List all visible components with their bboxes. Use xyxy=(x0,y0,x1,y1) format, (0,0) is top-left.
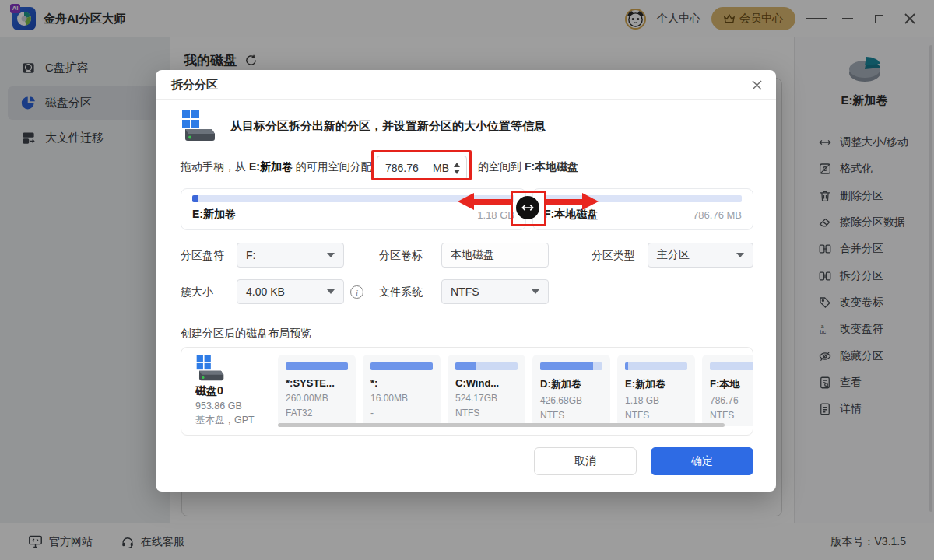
partition-card[interactable]: *: 16.00MB - xyxy=(363,355,441,426)
usage-bar xyxy=(370,362,433,370)
volume-label-value: 本地磁盘 xyxy=(451,248,494,262)
partition-fs: - xyxy=(370,408,433,418)
partition-fs: NTFS xyxy=(540,410,602,421)
partition-size: 524.17GB xyxy=(455,393,518,404)
disk-name: 磁盘0 xyxy=(195,384,255,398)
target-volume-name: F:本地磁盘 xyxy=(525,160,578,174)
dialog-header: 拆分分区 xyxy=(156,70,776,100)
chevron-down-icon xyxy=(736,253,744,257)
dialog-close-button[interactable] xyxy=(750,78,764,92)
drag-left-arrow-annotation xyxy=(458,193,511,210)
drag-right-arrow-annotation xyxy=(546,193,599,210)
partition-fs: FAT32 xyxy=(286,408,348,418)
drive-letter-select[interactable]: F: xyxy=(237,243,344,268)
preview-title: 创建分区后的磁盘布局预览 xyxy=(181,327,311,341)
volume-label-input[interactable]: 本地磁盘 xyxy=(441,243,549,268)
volume-label-label: 分区卷标 xyxy=(379,243,423,268)
dialog-title: 拆分分区 xyxy=(171,78,218,93)
partition-size: 260.00MB xyxy=(286,393,348,404)
left-partition-name: E:新加卷 xyxy=(192,208,236,222)
partition-size: 426.68GB xyxy=(540,395,602,406)
drive-letter-label: 分区盘符 xyxy=(181,243,224,268)
disk-icon xyxy=(195,355,225,381)
partition-card[interactable]: F:本地 786.76 NTFS xyxy=(702,355,753,426)
disk-type: 基本盘，GPT xyxy=(195,414,255,427)
dialog-description: 从目标分区拆分出新的分区，并设置新分区的大小位置等信息 xyxy=(230,119,546,134)
file-system-value: NTFS xyxy=(451,285,479,298)
left-partition-size: 1.18 GB xyxy=(477,209,514,221)
usage-bar xyxy=(455,362,518,370)
partition-fs: NTFS xyxy=(710,410,753,421)
cluster-size-value: 4.00 KB xyxy=(246,285,285,298)
partition-name: F:本地 xyxy=(710,377,753,391)
partition-type-value: 主分区 xyxy=(657,248,690,262)
partition-size: 786.76 xyxy=(710,395,753,406)
usage-bar xyxy=(625,362,687,370)
partition-card[interactable]: C:Wind... 524.17GB NTFS xyxy=(448,355,525,426)
file-system-select[interactable]: NTFS xyxy=(441,279,549,304)
partition-card[interactable]: *:SYSTE... 260.00MB FAT32 xyxy=(278,355,356,426)
usage-bar xyxy=(286,362,348,370)
partition-card[interactable]: D:新加卷 426.68GB NTFS xyxy=(532,355,610,426)
drag-hint-text-after: 的空间到 F:本地磁盘 xyxy=(478,155,578,180)
chevron-down-icon xyxy=(532,289,539,294)
partition-name: E:新加卷 xyxy=(625,377,687,391)
partition-name: D:新加卷 xyxy=(540,377,602,391)
right-partition-size: 786.76 MB xyxy=(693,209,742,221)
ok-button[interactable]: 确定 xyxy=(651,447,753,475)
disk-layout-preview: 磁盘0 953.86 GB 基本盘，GPT *:SYSTE... 260.00M… xyxy=(181,347,753,436)
disk-size: 953.86 GB xyxy=(195,401,255,411)
info-icon[interactable]: i xyxy=(350,285,363,299)
partition-card-list: *:SYSTE... 260.00MB FAT32 *: 16.00MB - C… xyxy=(278,355,753,426)
cancel-button[interactable]: 取消 xyxy=(534,447,637,475)
chevron-down-icon xyxy=(327,253,335,257)
partition-fs: NTFS xyxy=(455,408,518,418)
cluster-size-label: 簇大小 xyxy=(181,279,213,304)
file-system-label: 文件系统 xyxy=(379,279,423,304)
preview-scrollbar[interactable] xyxy=(278,423,725,427)
drag-hint-text: 拖动手柄，从 E:新加卷 的可用空间分配 xyxy=(181,155,372,180)
size-input-annotation xyxy=(371,150,472,180)
partition-size: 1.18 GB xyxy=(625,395,687,406)
source-volume-name: E:新加卷 xyxy=(249,160,293,174)
usage-bar xyxy=(540,362,602,370)
partition-fs: NTFS xyxy=(625,410,687,421)
drive-letter-value: F: xyxy=(246,249,255,261)
usage-bar xyxy=(710,362,753,370)
split-partition-dialog: 拆分分区 从目标分区拆分出新的分区，并设置新分区的大小位置等信息 拖动手柄，从 … xyxy=(156,70,776,492)
partition-name: *: xyxy=(370,377,433,389)
app-window: AI 金舟AI分区大师 个人中心 会员中心 xyxy=(0,0,934,560)
partition-size: 16.00MB xyxy=(370,393,433,404)
partition-card[interactable]: E:新加卷 1.18 GB NTFS xyxy=(617,355,695,426)
partition-type-label: 分区类型 xyxy=(592,243,635,268)
partition-type-select[interactable]: 主分区 xyxy=(648,243,753,268)
partition-name: C:Wind... xyxy=(455,377,518,389)
partition-name: *:SYSTE... xyxy=(286,377,348,389)
cluster-size-select[interactable]: 4.00 KB xyxy=(237,279,344,304)
chevron-down-icon xyxy=(327,289,335,294)
handle-annotation xyxy=(511,191,546,226)
disk-illustration-icon xyxy=(181,110,216,142)
